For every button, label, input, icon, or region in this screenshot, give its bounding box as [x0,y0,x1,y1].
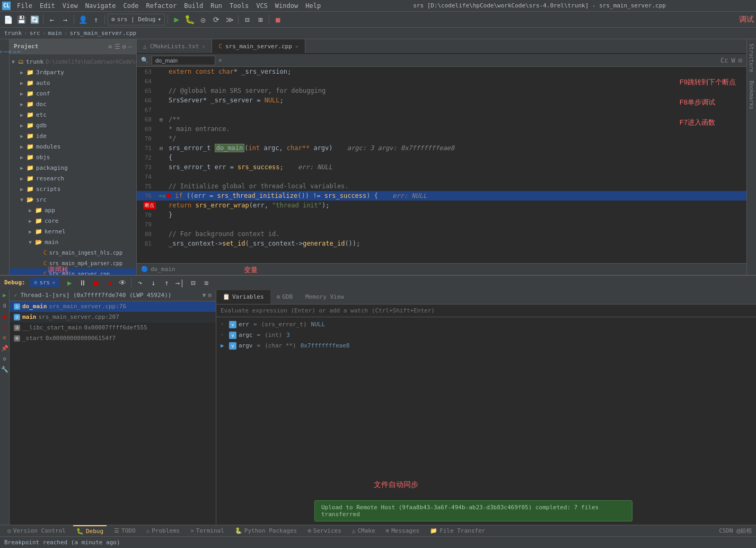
tab-terminal[interactable]: > Terminal [187,525,227,537]
project-icon-3[interactable]: ⚙ [122,43,126,50]
more-btn[interactable]: ≫ [224,14,235,25]
profile-btn[interactable]: ⟳ [210,14,222,25]
tree-packaging[interactable]: ▶📁packaging [10,162,136,173]
dbg-pause[interactable]: ⏸ [77,277,89,289]
tab-problems[interactable]: ⚠ Problems [143,525,183,537]
dbg-pin-btn[interactable]: 📌 [1,345,8,352]
menu-navigate[interactable]: Navigate [82,1,119,11]
bc-file[interactable]: srs_main_server.cpp [69,30,136,37]
thread-expand-icon[interactable]: ⊞ [208,292,212,299]
layout1-btn[interactable]: ⊟ [241,14,253,25]
thread-filter-icon[interactable]: ▼ [203,292,206,299]
tab-server-close[interactable]: ✕ [295,44,298,49]
dbg-pause-btn[interactable]: ⏸ [1,302,8,310]
project-icon[interactable]: Project [1,41,8,63]
tree-ingest[interactable]: ▶Csrs_main_ingest_hls.cpp [10,247,136,258]
dbg-step-into[interactable]: ↓ [147,277,159,289]
menu-file[interactable]: File [14,1,36,11]
project-icon-2[interactable]: ☰ [115,43,120,50]
menu-vcs[interactable]: VCS [253,1,271,11]
tree-gdb[interactable]: ▶📁gdb [10,120,136,131]
debug-run-btn[interactable]: 🐛 [184,14,196,25]
cc-icon[interactable]: Cc [720,57,728,64]
tree-objs[interactable]: ▶📁objs [10,152,136,162]
w-icon[interactable]: W [732,57,735,64]
new-btn[interactable]: 📄 [2,14,14,25]
dbg-resume[interactable]: ▶ [64,277,75,289]
dbg-play-btn[interactable]: ▶ [1,292,8,299]
dbg-frames[interactable]: ≡ [200,277,212,289]
stack-frame-1[interactable]: ② main srs_main_server.cpp:207 [10,312,216,323]
tree-root[interactable]: ▼ 🗂 trunk D:\codelife\hpCode\workCode\sr… [10,56,136,67]
eval-input[interactable] [216,305,756,317]
dbg-step-over[interactable]: ↷ [134,277,146,289]
debug-session-close[interactable]: ✕ [52,280,55,285]
bc-src[interactable]: src [30,30,40,37]
project-icon-1[interactable]: ⊕ [108,43,112,50]
dbg-eval[interactable]: ⊟ [187,277,199,289]
bc-main[interactable]: main [48,30,62,37]
stack-frame-2[interactable]: ③ __libc_start_main 0x00007ffff6def555 [10,323,216,333]
stop-btn[interactable]: ■ [272,14,284,25]
project-icon-4[interactable]: — [128,43,132,50]
dbg-step-out[interactable]: ↑ [161,277,172,289]
dbg-wrench-btn[interactable]: 🔧 [1,366,8,373]
layout2-btn[interactable]: ⊞ [254,14,266,25]
tab-version-control[interactable]: ◎ Version Control [4,525,69,537]
close-search-icon[interactable]: ✕ [218,57,222,64]
menu-edit[interactable]: Edit [37,1,58,11]
vcs2-btn[interactable]: ↑ [90,14,102,25]
tree-ide[interactable]: ▶📁ide [10,131,136,141]
tree-research[interactable]: ▶📁research [10,173,136,184]
tree-kernel[interactable]: ▶📁kernel [10,226,136,237]
tab-cmake[interactable]: △ CMake [349,525,379,537]
menu-code[interactable]: Code [120,1,142,11]
tree-doc[interactable]: ▶📁doc [10,99,136,109]
var-tab-variables[interactable]: 📋 Variables [216,290,270,304]
back-btn[interactable]: ← [46,14,58,25]
dbg-restart-btn[interactable]: ↺ [1,324,8,331]
tree-src[interactable]: ▼📂src [10,194,136,205]
tree-3rdparty[interactable]: ▶📁3rdparty [10,67,136,77]
tree-app[interactable]: ▶📁app [10,205,136,215]
tree-core[interactable]: ▶📁core [10,215,136,226]
tab-filetransfer[interactable]: 📁 File Transfer [427,525,488,537]
bookmarks-label[interactable]: Bookmarks [748,76,755,114]
dbg-settings-btn[interactable]: ⚙ [1,355,8,363]
tree-mp4[interactable]: ▶Csrs_main_mp4_parser.cpp [10,258,136,268]
var-tab-gdb[interactable]: ⚙ GDB [270,290,300,304]
coverage-btn[interactable]: ◎ [197,14,209,25]
dbg-stop-btn2[interactable]: ■ [1,313,8,320]
stack-frame-3[interactable]: ④ _start 0x0000000000006154f7 [10,333,216,344]
menu-help[interactable]: Help [302,1,324,11]
vcs-btn[interactable]: 👤 [77,14,89,25]
tab-cmake[interactable]: △ CMakeLists.txt ✕ [137,39,212,53]
dbg-view[interactable]: 👁 [117,277,128,289]
menu-window[interactable]: Window [272,1,301,11]
search-input[interactable] [152,56,215,65]
tree-main[interactable]: ▼📂main [10,237,136,247]
tab-server[interactable]: C srs_main_server.cpp ✕ [212,39,305,53]
tab-todo[interactable]: ☰ TODO [111,525,139,537]
menu-view[interactable]: View [59,1,81,11]
tree-scripts[interactable]: ▶📁scripts [10,184,136,194]
menu-tools[interactable]: Tools [226,1,252,11]
save-btn[interactable]: 💾 [15,14,27,25]
dbg-restart[interactable]: ↺ [103,277,115,289]
tree-auto[interactable]: ▶📁auto [10,77,136,88]
structure-label[interactable]: Structure [748,39,755,76]
run-btn[interactable]: ▶ [171,14,182,25]
tree-etc[interactable]: ▶📁etc [10,109,136,120]
tree-conf[interactable]: ▶📁conf [10,88,136,99]
config-dropdown[interactable]: ⚙srs | Debug▾ [108,14,165,25]
menu-build[interactable]: Build [181,1,206,11]
menu-run[interactable]: Run [207,1,225,11]
tab-debug[interactable]: 🐛 Debug [73,525,107,537]
frame-icon[interactable]: ⊡ [739,57,742,64]
forward-btn[interactable]: → [59,14,71,25]
sync-btn[interactable]: 🔄 [29,14,40,25]
bc-trunk[interactable]: trunk [4,30,22,37]
tree-server[interactable]: ▶Csrs_main_server.cpp [10,268,136,275]
tab-python[interactable]: 🐍 Python Packages [232,525,300,537]
debug-session-tab[interactable]: ⚙ srs ✕ [30,278,60,287]
